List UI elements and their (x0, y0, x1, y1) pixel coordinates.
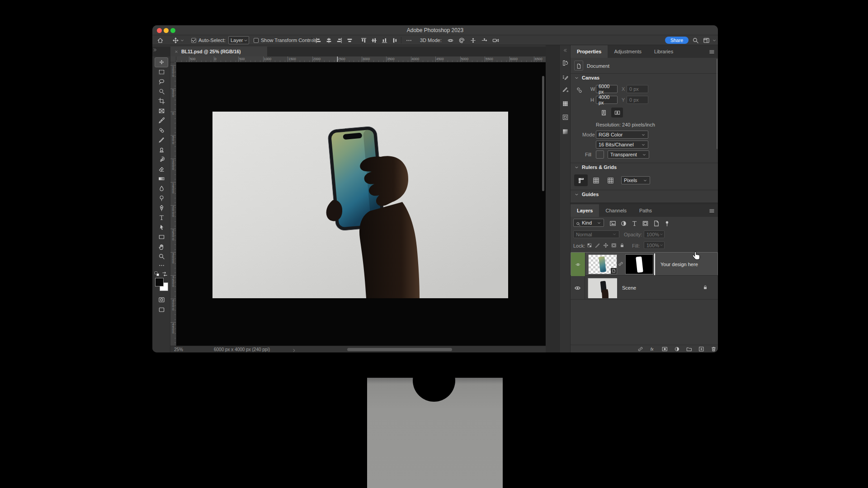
tab-properties[interactable]: Properties (571, 45, 608, 58)
auto-select-dropdown[interactable]: Layer (228, 36, 249, 44)
home-button[interactable] (157, 35, 164, 45)
share-button[interactable]: Share (665, 37, 689, 44)
status-expand-chevron[interactable] (292, 346, 297, 352)
distribute-vertical-icon[interactable] (392, 37, 399, 44)
close-tab-icon[interactable] (174, 48, 179, 55)
eyedropper-tool[interactable] (155, 116, 168, 126)
rulers-grids-section-header[interactable]: Rulers & Grids (574, 164, 617, 170)
healing-brush-tool[interactable] (155, 126, 168, 136)
filter-toggle-icon[interactable] (663, 219, 671, 227)
fill-color-swatch[interactable] (596, 150, 604, 159)
brush-tool[interactable] (155, 135, 168, 145)
tab-channels[interactable]: Channels (599, 204, 632, 217)
new-adjustment-layer-icon[interactable] (673, 346, 680, 352)
brushes-panel-icon[interactable] (561, 85, 570, 94)
workspace-switcher-icon[interactable] (703, 35, 710, 45)
panel-menu-icon[interactable] (708, 48, 715, 55)
blur-tool[interactable] (155, 184, 168, 194)
tab-adjustments[interactable]: Adjustments (608, 45, 648, 58)
more-options-button[interactable] (406, 35, 412, 45)
lock-pixels-icon[interactable] (594, 242, 601, 249)
toggle-rulers-button[interactable] (574, 174, 588, 186)
layer-effects-icon[interactable]: fx (649, 346, 656, 352)
tab-libraries[interactable]: Libraries (648, 45, 679, 58)
delete-layer-icon[interactable] (710, 346, 717, 352)
search-icon[interactable] (692, 35, 699, 45)
patterns-panel-icon[interactable] (561, 113, 570, 122)
zoom-tool[interactable] (155, 252, 168, 262)
layer-filter-dropdown[interactable]: Kind (573, 219, 604, 227)
lock-all-icon[interactable] (618, 242, 626, 249)
gradient-tool[interactable] (155, 174, 168, 184)
show-transform-checkbox[interactable] (254, 38, 259, 43)
add-layer-mask-icon[interactable] (661, 346, 668, 352)
landscape-orientation-button[interactable] (611, 108, 623, 117)
lock-artboard-icon[interactable] (610, 242, 618, 249)
frame-tool[interactable] (155, 106, 168, 116)
pen-tool[interactable] (155, 203, 168, 213)
hand-tool[interactable] (155, 242, 168, 252)
canvas-section-header[interactable]: Canvas (574, 75, 599, 80)
brush-settings-panel-icon[interactable] (561, 73, 570, 82)
swap-colors-icon[interactable] (161, 271, 168, 277)
lasso-tool[interactable] (155, 77, 168, 87)
clone-stamp-tool[interactable] (155, 145, 168, 155)
align-bottom-edges-icon[interactable] (381, 37, 388, 44)
filter-adjustment-layers-icon[interactable] (619, 219, 627, 227)
history-panel-icon[interactable] (561, 59, 570, 67)
portrait-orientation-button[interactable] (599, 108, 609, 117)
lock-transparency-icon[interactable] (586, 242, 593, 249)
align-vertical-centers-icon[interactable] (371, 37, 378, 44)
screen-mode-button[interactable] (155, 305, 168, 315)
layer-visibility-toggle[interactable] (571, 276, 585, 300)
horizontal-scrollbar[interactable] (347, 348, 452, 351)
swatches-panel-icon[interactable] (561, 99, 570, 108)
document-tab[interactable]: BL11.psd @ 25% (RGB/16) (170, 47, 267, 56)
distribute-horizontal-icon[interactable] (346, 37, 354, 44)
filter-smart-objects-icon[interactable] (652, 219, 660, 227)
document-viewport[interactable] (176, 62, 546, 346)
lock-position-icon[interactable] (602, 242, 609, 249)
ruler-units-dropdown[interactable]: Pixels (621, 176, 650, 184)
ruler-origin-corner[interactable] (170, 56, 176, 62)
filter-type-layers-icon[interactable] (630, 219, 638, 227)
fill-dropdown[interactable]: Transparent (608, 150, 649, 159)
layers-panel-menu-icon[interactable] (708, 207, 715, 214)
link-dimensions-icon[interactable] (576, 87, 583, 103)
width-field[interactable]: 6000 px (596, 85, 618, 93)
layer-name[interactable]: Scene (622, 276, 636, 300)
horizontal-ruler[interactable]: 5000500100015002000250030003500400045005… (176, 56, 546, 62)
vertical-scrollbar[interactable] (542, 76, 544, 191)
align-left-edges-icon[interactable] (315, 37, 322, 44)
guides-section-header[interactable]: Guides (574, 192, 599, 197)
object-selection-tool[interactable] (155, 87, 168, 97)
align-right-edges-icon[interactable] (336, 37, 343, 44)
layer-thumbnail[interactable] (588, 278, 617, 298)
quick-mask-button[interactable] (155, 295, 168, 305)
tab-paths[interactable]: Paths (633, 204, 658, 217)
bit-depth-dropdown[interactable]: 16 Bits/Channel (596, 141, 648, 149)
vertical-ruler[interactable]: 1 0 0 05 0 005 0 01 0 0 01 5 0 02 0 0 02… (170, 62, 176, 346)
type-tool[interactable] (155, 213, 168, 223)
dock-collapse-icon[interactable] (561, 46, 570, 55)
toggle-grid-button[interactable] (590, 175, 601, 185)
align-horizontal-centers-icon[interactable] (326, 37, 333, 44)
link-layers-icon[interactable] (637, 346, 644, 352)
toggle-pixel-grid-button[interactable] (605, 175, 616, 185)
properties-scrollbar[interactable] (717, 59, 717, 149)
rectangular-marquee-tool[interactable] (155, 67, 168, 77)
new-layer-icon[interactable] (698, 346, 705, 352)
align-top-edges-icon[interactable] (360, 37, 368, 44)
layer-row[interactable]: Scene (571, 276, 718, 300)
dodge-tool[interactable] (155, 193, 168, 203)
tab-layers[interactable]: Layers (571, 204, 599, 217)
layer-visibility-toggle[interactable] (571, 253, 585, 276)
height-field[interactable]: 4000 px (596, 96, 618, 104)
mask-link-icon[interactable] (618, 261, 624, 267)
zoom-level[interactable]: 25% (174, 347, 183, 352)
opacity-field[interactable]: 100% (644, 230, 665, 238)
gradients-panel-icon[interactable] (561, 127, 570, 136)
current-tool-icon[interactable] (172, 35, 184, 45)
crop-tool[interactable] (155, 96, 168, 106)
path-selection-tool[interactable] (155, 223, 168, 233)
